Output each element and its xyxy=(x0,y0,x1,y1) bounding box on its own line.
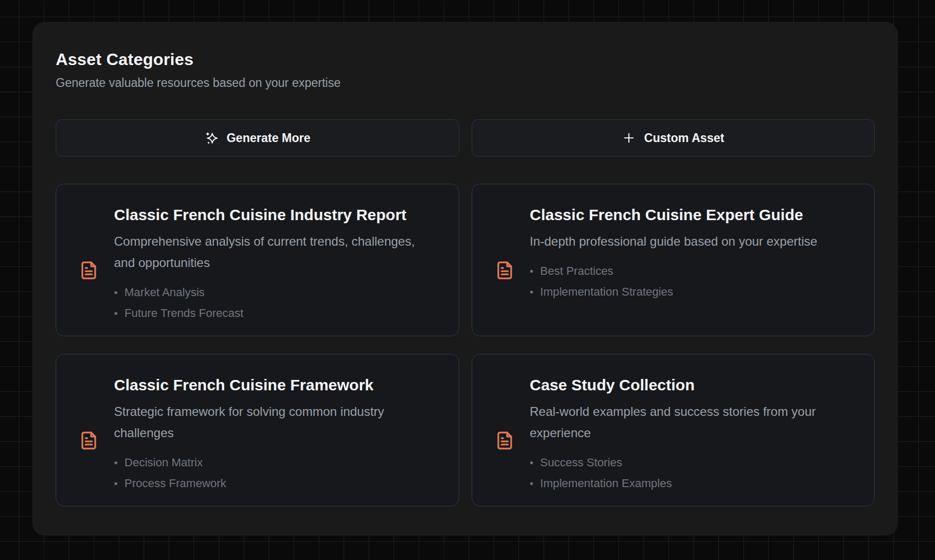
file-text-icon xyxy=(495,205,514,336)
generate-more-button[interactable]: Generate More xyxy=(56,119,459,157)
bullet-item: Future Trends Forecast xyxy=(114,303,426,324)
card-content: Classic French Cuisine Expert Guide In-d… xyxy=(530,205,817,336)
asset-card[interactable]: Classic French Cuisine Expert Guide In-d… xyxy=(472,184,875,336)
card-description: Strategic framework for solving common i… xyxy=(114,401,426,443)
bullet-item: Implementation Strategies xyxy=(530,282,817,302)
card-bullets: Market Analysis Future Trends Forecast xyxy=(114,282,426,324)
card-title: Classic French Cuisine Industry Report xyxy=(114,205,426,225)
bullet-label: Best Practices xyxy=(540,261,614,282)
card-content: Classic French Cuisine Industry Report C… xyxy=(114,205,426,336)
sparkles-icon xyxy=(204,131,219,145)
card-description: Comprehensive analysis of current trends… xyxy=(114,231,426,273)
card-bullets: Success Stories Implementation Examples xyxy=(530,452,842,494)
card-title: Classic French Cuisine Framework xyxy=(114,375,426,395)
actions-row: Generate More Custom Asset xyxy=(56,119,875,157)
asset-cards-grid: Classic French Cuisine Industry Report C… xyxy=(56,184,875,506)
card-content: Classic French Cuisine Framework Strateg… xyxy=(114,375,426,506)
bullet-label: Success Stories xyxy=(540,452,623,473)
bullet-label: Market Analysis xyxy=(124,282,205,303)
asset-card[interactable]: Classic French Cuisine Industry Report C… xyxy=(56,184,459,336)
card-content: Case Study Collection Real-world example… xyxy=(530,375,842,506)
page-subtitle: Generate valuable resources based on you… xyxy=(56,76,875,90)
card-description: Real-world examples and success stories … xyxy=(530,401,842,443)
page-background: { "header": { "title": "Asset Categories… xyxy=(0,0,935,560)
bullet-item: Process Framework xyxy=(114,473,426,494)
asset-categories-panel: Asset Categories Generate valuable resou… xyxy=(32,22,898,536)
asset-card[interactable]: Case Study Collection Real-world example… xyxy=(472,354,875,506)
bullet-item: Success Stories xyxy=(530,452,842,473)
generate-more-label: Generate More xyxy=(226,131,310,145)
page-title: Asset Categories xyxy=(56,50,875,69)
bullet-label: Future Trends Forecast xyxy=(124,303,244,324)
bullet-label: Implementation Strategies xyxy=(540,282,674,302)
custom-asset-label: Custom Asset xyxy=(644,131,724,145)
bullet-item: Best Practices xyxy=(530,261,817,282)
file-text-icon xyxy=(79,375,98,506)
card-title: Case Study Collection xyxy=(530,375,842,395)
card-description: In-depth professional guide based on you… xyxy=(530,231,817,252)
plus-icon xyxy=(622,131,636,145)
bullet-item: Market Analysis xyxy=(114,282,426,303)
bullet-item: Implementation Examples xyxy=(530,473,842,494)
card-title: Classic French Cuisine Expert Guide xyxy=(530,205,817,225)
bullet-label: Implementation Examples xyxy=(540,473,672,494)
bullet-item: Decision Matrix xyxy=(114,452,426,473)
bullet-label: Decision Matrix xyxy=(124,452,203,473)
asset-card[interactable]: Classic French Cuisine Framework Strateg… xyxy=(56,354,459,506)
card-bullets: Best Practices Implementation Strategies xyxy=(530,261,817,302)
bullet-label: Process Framework xyxy=(124,473,226,494)
custom-asset-button[interactable]: Custom Asset xyxy=(472,119,875,157)
file-text-icon xyxy=(79,205,98,336)
file-text-icon xyxy=(495,375,514,506)
card-bullets: Decision Matrix Process Framework xyxy=(114,452,426,494)
